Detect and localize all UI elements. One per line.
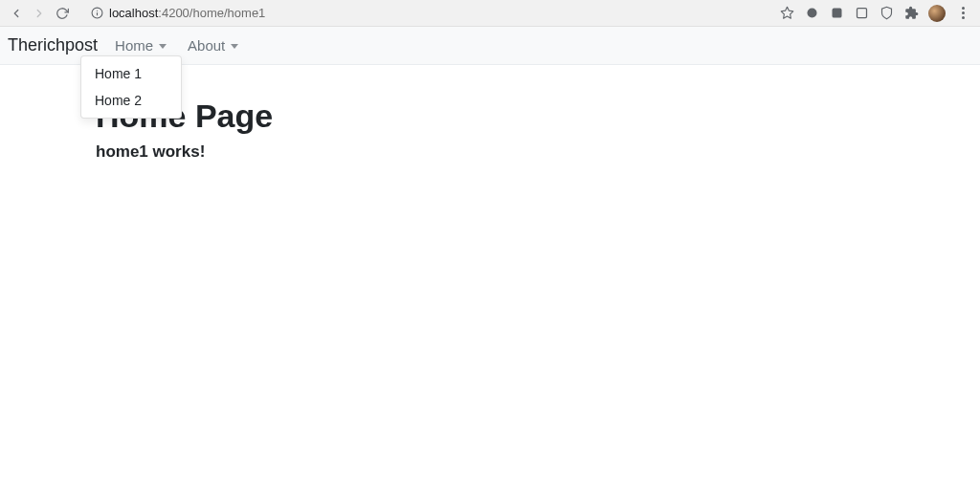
nav-item-label: Home [115, 37, 153, 54]
site-info-icon[interactable] [90, 7, 103, 20]
extensions-puzzle-icon[interactable] [903, 6, 919, 21]
extension-shield-icon[interactable] [879, 6, 894, 21]
forward-icon[interactable] [33, 7, 46, 20]
browser-nav-buttons [6, 7, 69, 20]
address-bar[interactable]: localhost:4200/home/home1 [82, 3, 766, 24]
menu-icon[interactable] [955, 6, 970, 21]
dropdown-item-home1[interactable]: Home 1 [81, 60, 181, 87]
back-icon[interactable] [10, 7, 23, 20]
profile-avatar[interactable] [928, 5, 946, 22]
page-text: home1 works! [96, 142, 980, 162]
page-title: Home Page [96, 98, 980, 135]
browser-toolbar: localhost:4200/home/home1 [0, 0, 980, 27]
svg-rect-6 [857, 9, 866, 18]
dropdown-menu: Home 1 Home 2 [80, 55, 182, 119]
reload-icon[interactable] [56, 7, 69, 20]
chevron-down-icon [231, 44, 238, 49]
chevron-down-icon [159, 44, 167, 49]
brand[interactable]: Therichpost [8, 35, 98, 55]
dropdown-item-home2[interactable]: Home 2 [81, 87, 181, 114]
star-icon[interactable] [779, 6, 794, 21]
url-port: :4200 [158, 6, 189, 20]
nav-item-about[interactable]: About [184, 30, 242, 61]
url-host: localhost [109, 6, 158, 20]
url-text: localhost:4200/home/home1 [109, 6, 265, 20]
extension-icon[interactable] [854, 6, 869, 21]
url-path: /home/home1 [189, 6, 266, 20]
svg-point-4 [807, 9, 816, 18]
svg-rect-5 [832, 9, 841, 18]
extension-icon[interactable] [829, 6, 844, 21]
extension-icon[interactable] [804, 6, 819, 21]
browser-right-icons [779, 5, 974, 22]
nav-item-label: About [188, 37, 225, 54]
svg-marker-3 [781, 7, 793, 18]
